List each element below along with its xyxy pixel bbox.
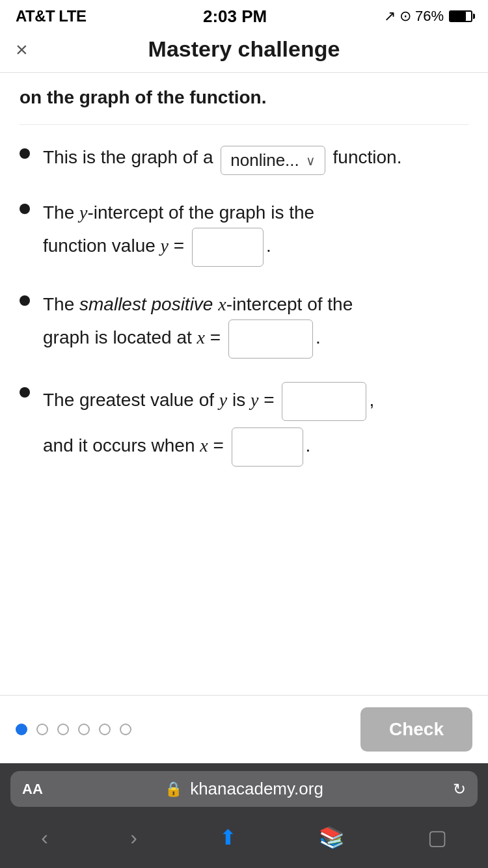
bullet-content-2: The y-intercept of the graph is the func… xyxy=(43,198,468,267)
bullet-content-4: The greatest value of y is y = , and it … xyxy=(43,382,468,467)
bullet-item-2: The y-intercept of the graph is the func… xyxy=(20,198,468,267)
battery-icon xyxy=(449,10,472,22)
progress-dot-6 xyxy=(120,724,131,735)
refresh-button[interactable]: ↻ xyxy=(453,780,466,798)
share-button[interactable]: ⬆︎ xyxy=(209,820,247,855)
main-content: on the graph of the function. This is th… xyxy=(0,73,488,695)
bullet-2-line1: The y-intercept of the graph is the xyxy=(43,198,468,228)
browser-nav: ‹ › ⬆︎ 📚 ▢ xyxy=(0,812,488,868)
app-header: × Mastery challenge xyxy=(0,29,488,73)
bottom-bar: Check xyxy=(0,695,488,763)
forward-button[interactable]: › xyxy=(120,821,148,855)
url-bar[interactable]: AA 🔒 khanacademy.org ↻ xyxy=(10,771,478,807)
signal-text: ↗ ⊙ 76% xyxy=(384,8,444,25)
carrier-text: AT&T LTE xyxy=(16,7,86,25)
lock-icon: 🔒 xyxy=(165,781,182,798)
chevron-down-icon: ∨ xyxy=(306,153,316,169)
time-text: 2:03 PM xyxy=(203,7,267,27)
bullet-item-3: The smallest positive x-intercept of the… xyxy=(20,290,468,359)
bookmarks-button[interactable]: 📚 xyxy=(308,820,355,855)
progress-dot-1 xyxy=(16,724,27,735)
bullet-content-1: This is the graph of a nonline...∨ funct… xyxy=(43,143,468,175)
browser-bar: AA 🔒 khanacademy.org ↻ xyxy=(0,763,488,812)
partial-instruction-text: on the graph of the function. xyxy=(20,73,468,125)
progress-dot-5 xyxy=(99,724,111,735)
bullet-3-line2: graph is located at x = . xyxy=(43,319,468,359)
bullet-dot-2 xyxy=(20,204,30,214)
progress-dots xyxy=(16,724,131,735)
dropdown-value: nonline... xyxy=(230,150,299,170)
bullet-dot-4 xyxy=(20,387,30,398)
back-button[interactable]: ‹ xyxy=(31,821,59,855)
x-intercept-input[interactable] xyxy=(228,319,313,359)
bullet-4-line1: The greatest value of y is y = , xyxy=(43,382,468,421)
tabs-button[interactable]: ▢ xyxy=(417,820,457,855)
greatest-y-input[interactable] xyxy=(282,382,366,421)
progress-dot-4 xyxy=(78,724,90,735)
bullet-4-line2: and it occurs when x = . xyxy=(43,427,468,467)
bullet-3-line1: The smallest positive x-intercept of the xyxy=(43,290,468,319)
page-title: Mastery challenge xyxy=(148,36,340,62)
bullet-dot-3 xyxy=(20,295,30,306)
bullet-dot-1 xyxy=(20,148,30,159)
bullet-2-line2: function value y = . xyxy=(43,228,468,267)
status-bar: AT&T LTE 2:03 PM ↗ ⊙ 76% xyxy=(0,0,488,29)
url-text: khanacademy.org xyxy=(190,779,323,799)
close-button[interactable]: × xyxy=(16,39,28,60)
progress-dot-3 xyxy=(57,724,69,735)
function-type-dropdown[interactable]: nonline...∨ xyxy=(221,146,325,175)
status-icons: ↗ ⊙ 76% xyxy=(384,8,472,25)
bullet-content-3: The smallest positive x-intercept of the… xyxy=(43,290,468,359)
bullet-item-4: The greatest value of y is y = , and it … xyxy=(20,382,468,467)
check-button[interactable]: Check xyxy=(360,707,472,752)
bullet-1-text-post: function. xyxy=(328,147,402,167)
y-intercept-input[interactable] xyxy=(192,228,264,267)
bullet-section: This is the graph of a nonline...∨ funct… xyxy=(20,125,468,467)
greatest-y-x-input[interactable] xyxy=(232,427,303,467)
bullet-1-text-pre: This is the graph of a xyxy=(43,147,218,167)
bullet-item-1: This is the graph of a nonline...∨ funct… xyxy=(20,143,468,175)
aa-button[interactable]: AA xyxy=(22,781,43,798)
progress-dot-2 xyxy=(36,724,48,735)
